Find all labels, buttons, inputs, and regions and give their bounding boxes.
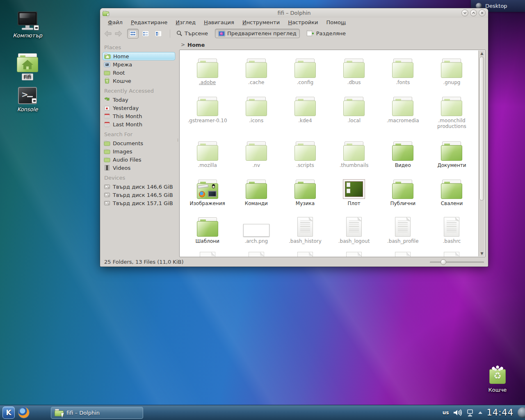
maximize-button[interactable] xyxy=(470,9,477,16)
file-item[interactable]: Свалени xyxy=(427,178,476,206)
file-item[interactable]: .arch.png xyxy=(232,215,281,244)
menu-item-1[interactable]: Редактиране xyxy=(127,18,171,26)
breadcrumb[interactable]: > Home xyxy=(179,40,486,50)
sidebar-item-label: Videos xyxy=(113,165,130,171)
file-item-partial[interactable] xyxy=(183,252,232,257)
file-item-partial[interactable] xyxy=(330,252,379,257)
file-item[interactable]: .fonts xyxy=(379,57,427,85)
menu-item-0[interactable]: Файл xyxy=(104,18,126,26)
desktop-icon-computer[interactable]: Компютър xyxy=(5,11,50,39)
split-button[interactable]: Разделяне xyxy=(304,29,349,38)
file-item[interactable]: Плот xyxy=(330,178,379,206)
file-item[interactable]: .kde4 xyxy=(281,95,329,130)
file-item[interactable]: Документи xyxy=(427,139,476,168)
preview-toggle-button[interactable]: Предварителен преглед xyxy=(215,29,300,38)
close-button[interactable] xyxy=(479,9,486,16)
desktop-icon-konsole[interactable]: > Konsole xyxy=(5,87,50,112)
file-item[interactable]: .bashrc xyxy=(427,215,476,244)
file-item[interactable]: .adobe xyxy=(183,57,232,85)
menu-item-6[interactable]: Помощ xyxy=(323,18,350,26)
menu-item-5[interactable]: Настройки xyxy=(284,18,322,26)
sidebar-item-label: Images xyxy=(113,148,132,155)
sidebar-item-last-month[interactable]: Last Month xyxy=(103,120,175,128)
keyboard-layout-indicator[interactable]: us xyxy=(443,410,449,415)
file-item-label: .fonts xyxy=(396,80,410,85)
columns-view-button[interactable] xyxy=(153,29,164,39)
taskbar-task-dolphin[interactable]: fifi – Dolphin xyxy=(51,407,143,419)
sidebar-item-images[interactable]: Images xyxy=(103,147,175,155)
sidebar-item-home[interactable]: Home xyxy=(103,52,175,60)
menu-item-3[interactable]: Навигация xyxy=(200,18,238,26)
sidebar-item-this-month[interactable]: This Month xyxy=(103,112,175,120)
file-item[interactable]: Шаблони xyxy=(183,215,232,244)
scroll-up-icon[interactable]: ▲ xyxy=(479,50,485,56)
sidebar-item-today[interactable]: Today xyxy=(103,96,175,104)
file-item-partial[interactable] xyxy=(379,252,427,257)
file-item[interactable]: .icons xyxy=(232,95,281,130)
file-item[interactable]: .scripts xyxy=(281,139,329,168)
sidebar-item-твърд-диск-146-6-gib[interactable]: Твърд диск 146,6 GiB xyxy=(103,183,175,191)
back-button[interactable] xyxy=(103,30,112,38)
firefox-icon[interactable] xyxy=(18,407,30,418)
file-item[interactable]: .nv xyxy=(232,139,281,168)
file-item-partial[interactable] xyxy=(427,252,476,257)
file-item[interactable]: Публични xyxy=(379,178,427,206)
desktop-icon-trash[interactable]: ♻ Кошче xyxy=(475,365,520,393)
file-item[interactable]: Музика xyxy=(281,178,329,206)
file-item-partial[interactable] xyxy=(232,252,281,257)
file-item[interactable]: .macromedia xyxy=(379,95,427,130)
desktop-icon-fifi[interactable]: Fifi xyxy=(5,53,50,80)
panel-cashew-icon[interactable] xyxy=(518,407,525,418)
sidebar-item-кошче[interactable]: Кошче xyxy=(103,77,175,85)
file-item[interactable]: .cache xyxy=(232,57,281,85)
sidebar-item-мрежа[interactable]: Мрежа xyxy=(103,60,175,68)
menu-item-2[interactable]: Изглед xyxy=(172,18,199,26)
file-item-partial[interactable] xyxy=(281,252,329,257)
search-button[interactable]: Търсене xyxy=(173,29,211,38)
file-item[interactable]: .bash_history xyxy=(281,215,329,244)
file-item[interactable]: Видео xyxy=(379,139,427,168)
file-item[interactable]: .mozilla xyxy=(183,139,232,168)
dolphin-window: fifi – Dolphin ФайлРедактиранеИзгледНави… xyxy=(100,8,488,267)
disk-icon xyxy=(104,192,110,198)
file-item[interactable]: .bash_logout xyxy=(330,215,379,244)
file-item-label: .gnupg xyxy=(443,80,461,85)
sidebar-item-root[interactable]: Root xyxy=(103,68,175,77)
details-view-button[interactable] xyxy=(140,29,151,39)
clock[interactable]: 14:44 xyxy=(486,408,514,418)
file-item[interactable]: .gnupg xyxy=(427,57,476,85)
file-item[interactable]: Изображения xyxy=(183,178,232,206)
network-icon[interactable] xyxy=(466,409,474,417)
file-item[interactable]: .config xyxy=(281,57,329,85)
scrollbar-thumb[interactable] xyxy=(479,57,484,201)
titlebar[interactable]: fifi – Dolphin xyxy=(100,8,488,18)
scroll-down-icon[interactable]: ▼ xyxy=(479,251,485,256)
sidebar-item-yesterday[interactable]: Yesterday xyxy=(103,104,175,112)
sidebar-item-audio-files[interactable]: Audio Files xyxy=(103,155,175,164)
sidebar-item-label: Твърд диск 146,5 GiB xyxy=(113,192,173,198)
vertical-scrollbar[interactable]: ▲ ▼ xyxy=(478,50,485,256)
minimize-button[interactable] xyxy=(461,9,468,16)
sidebar-item-videos[interactable]: Videos xyxy=(103,164,175,172)
sidebar-item-твърд-диск-157-1-gib[interactable]: Твърд диск 157,1 GiB xyxy=(103,199,175,207)
sidebar-item-documents[interactable]: Documents xyxy=(103,139,175,147)
file-item[interactable]: .local xyxy=(330,95,379,130)
volume-icon[interactable] xyxy=(453,409,462,416)
zoom-slider-knob[interactable] xyxy=(441,259,446,265)
breadcrumb-home[interactable]: Home xyxy=(187,42,205,48)
file-item-label: .bashrc xyxy=(443,238,461,244)
menu-item-4[interactable]: Инструменти xyxy=(239,18,283,26)
file-item-label: .adobe xyxy=(199,80,216,85)
forward-button[interactable] xyxy=(114,30,123,38)
file-item[interactable]: Команди xyxy=(232,178,281,206)
tray-expand-icon[interactable] xyxy=(478,411,482,414)
zoom-slider[interactable] xyxy=(430,259,484,265)
file-item[interactable]: .bash_profile xyxy=(379,215,427,244)
file-item[interactable]: .gstreamer-0.10 xyxy=(183,95,232,130)
file-item[interactable]: .moonchild productions xyxy=(427,95,476,130)
icons-view-button[interactable] xyxy=(127,29,139,39)
file-item[interactable]: .dbus xyxy=(330,57,379,85)
file-item[interactable]: .thumbnails xyxy=(330,139,379,168)
kmenu-button[interactable]: K xyxy=(2,406,15,419)
sidebar-item-твърд-диск-146-5-gib[interactable]: Твърд диск 146,5 GiB xyxy=(103,191,175,199)
